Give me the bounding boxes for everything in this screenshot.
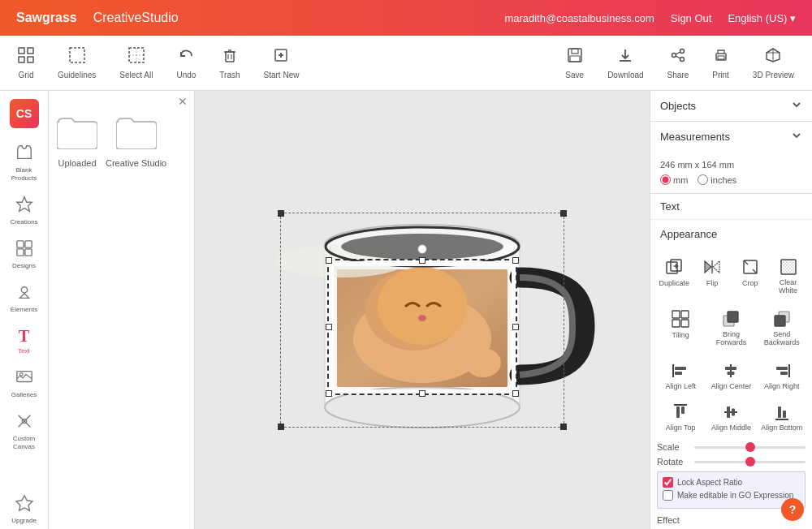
download-tool[interactable]: Download <box>598 42 653 84</box>
make-editable-checkbox[interactable] <box>663 490 673 501</box>
sidebar-item-blank-products[interactable]: Blank Products <box>0 139 48 187</box>
size-text: 246 mm x 164 mm <box>660 160 802 170</box>
align-middle-label: Align Middle <box>711 424 751 432</box>
crop-tool[interactable]: Crop <box>733 253 768 299</box>
blank-products-label: Blank Products <box>3 166 45 182</box>
toolbar-right: Save Download Share Print 3D Preview <box>555 42 804 84</box>
app-name: CreativeStudio <box>93 11 179 25</box>
measurements-header[interactable]: Measurements <box>650 122 812 152</box>
clear-white-label: Clear White <box>772 279 804 295</box>
svg-marker-41 <box>15 496 32 510</box>
align-left-tool[interactable]: Align Left <box>657 357 704 394</box>
svg-point-21 <box>680 57 684 61</box>
mm-radio[interactable]: mm <box>660 174 688 185</box>
sidebar-item-designs[interactable]: Designs <box>0 234 48 274</box>
objects-header[interactable]: Objects <box>650 91 812 121</box>
text-label: Text <box>18 347 30 355</box>
canvas-area[interactable] <box>195 91 650 529</box>
sign-out-link[interactable]: Sign Out <box>671 12 712 24</box>
canvas-workspace <box>235 156 609 464</box>
align-right-tool[interactable]: Align Right <box>758 357 806 394</box>
svg-rect-33 <box>24 249 31 256</box>
tiling-tool[interactable]: Tiling <box>657 305 704 351</box>
upgrade-label: Upgrade <box>11 517 37 524</box>
left-sidebar: CS Blank Products Creations Designs Elem… <box>0 91 49 529</box>
folder-uploaded[interactable]: Uploaded <box>57 115 97 168</box>
measurements-chevron <box>791 130 802 144</box>
sidebar-item-creations[interactable]: Creations <box>0 191 48 230</box>
start-new-label: Start New <box>264 71 300 80</box>
creations-icon <box>15 196 33 217</box>
language-selector[interactable]: English (US) ▾ <box>728 12 796 24</box>
sidebar-item-custom-canvas[interactable]: Custom Canvas <box>0 407 48 455</box>
duplicate-tool[interactable]: Duplicate <box>657 253 692 299</box>
objects-section: Objects <box>650 91 812 122</box>
svg-rect-72 <box>672 311 680 318</box>
folder-creative-studio[interactable]: Creative Studio <box>106 115 166 168</box>
help-button[interactable]: ? <box>781 498 804 521</box>
clear-white-tool[interactable]: Clear White <box>771 253 806 299</box>
mm-label: mm <box>673 175 688 185</box>
sidebar-item-galleries[interactable]: Galleries <box>0 363 48 403</box>
svg-rect-93 <box>727 406 730 418</box>
align-bottom-label: Align Bottom <box>761 424 802 432</box>
select-all-tool[interactable]: Select All <box>110 42 162 84</box>
align-right-icon <box>770 360 794 381</box>
bring-forwards-icon <box>719 308 743 329</box>
bring-forwards-tool[interactable]: Bring Forwards <box>707 305 754 351</box>
svg-rect-77 <box>728 312 738 322</box>
top-nav: Sawgrass CreativeStudio maradith@coastal… <box>0 0 812 36</box>
start-new-tool[interactable]: Start New <box>254 42 309 84</box>
sidebar-item-upgrade[interactable]: Upgrade <box>0 489 48 529</box>
trash-tool[interactable]: Trash <box>209 42 249 84</box>
lock-aspect-checkbox[interactable] <box>663 477 673 488</box>
main-layout: CS Blank Products Creations Designs Elem… <box>0 91 812 529</box>
scale-slider[interactable] <box>694 446 806 449</box>
undo-tool[interactable]: Undo <box>166 42 205 84</box>
sidebar-item-elements[interactable]: Elements <box>0 278 48 318</box>
tools-row2: Tiling Bring Forwards Send Backwards <box>657 305 806 351</box>
svg-rect-96 <box>778 406 781 418</box>
folder-creative-studio-icon <box>116 115 157 155</box>
svg-line-23 <box>676 56 680 58</box>
sidebar-item-text[interactable]: T Text <box>0 322 48 359</box>
align-top-label: Align Top <box>666 424 696 432</box>
user-email: maradith@coastalbusiness.com <box>504 12 654 24</box>
share-tool[interactable]: Share <box>658 42 699 84</box>
folder-uploaded-label: Uploaded <box>58 158 96 168</box>
appearance-header[interactable]: Appearance <box>650 220 812 248</box>
save-icon <box>567 47 583 67</box>
elements-icon <box>15 283 33 304</box>
grid-tool[interactable]: Grid <box>8 42 44 84</box>
guidelines-tool[interactable]: Guidelines <box>48 42 106 84</box>
flip-tool[interactable]: Flip <box>695 253 730 299</box>
svg-marker-35 <box>19 294 28 299</box>
svg-rect-3 <box>28 57 33 62</box>
save-label: Save <box>565 71 584 80</box>
svg-point-37 <box>19 373 23 376</box>
align-left-label: Align Left <box>665 383 696 391</box>
save-tool[interactable]: Save <box>555 42 594 84</box>
align-top-tool[interactable]: Align Top <box>657 398 704 436</box>
3d-preview-tool[interactable]: 3D Preview <box>743 42 804 84</box>
align-center-tool[interactable]: Align Center <box>707 357 754 394</box>
select-all-icon <box>128 47 145 67</box>
svg-rect-8 <box>226 52 234 62</box>
svg-rect-1 <box>28 48 33 54</box>
align-middle-tool[interactable]: Align Middle <box>707 398 754 436</box>
file-panel-close[interactable]: ✕ <box>178 95 188 108</box>
svg-point-20 <box>672 53 676 57</box>
send-backwards-tool[interactable]: Send Backwards <box>758 305 806 351</box>
tools-row1: Duplicate Flip Crop <box>657 253 806 299</box>
folder-creative-studio-label: Creative Studio <box>106 158 166 168</box>
inches-radio[interactable]: inches <box>698 174 736 185</box>
rotate-slider[interactable] <box>694 461 806 463</box>
align-bottom-tool[interactable]: Align Bottom <box>758 398 806 436</box>
flip-icon <box>700 256 724 277</box>
text-section-label: Text <box>650 194 812 220</box>
svg-rect-17 <box>570 56 580 62</box>
print-tool[interactable]: Print <box>702 42 739 84</box>
send-backwards-label: Send Backwards <box>760 331 804 347</box>
designs-label: Designs <box>12 262 36 269</box>
rotate-row: Rotate <box>657 457 806 467</box>
